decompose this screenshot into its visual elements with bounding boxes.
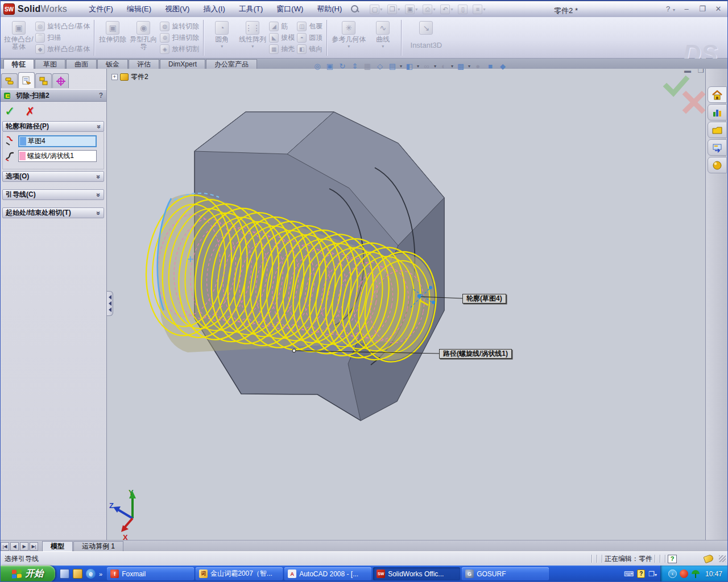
folder-quicklaunch-icon[interactable] <box>73 569 82 579</box>
zoom-to-area-icon[interactable]: ▣ <box>324 61 336 72</box>
dropdown-arrow[interactable]: ▾ <box>468 64 470 69</box>
taskbar-button-powerword[interactable]: 词 金山词霸2007（智... <box>196 567 283 580</box>
prev-tab-button[interactable]: ◀ <box>10 542 19 551</box>
zoom-to-fit-icon[interactable]: ◎ <box>312 61 323 72</box>
options-group-header[interactable]: 选项(O) » <box>2 171 104 182</box>
menu-help[interactable]: 帮助(H) <box>311 2 348 16</box>
custom-properties-tab[interactable] <box>708 157 727 173</box>
tree-expander[interactable]: + <box>111 74 118 80</box>
dimxpertmanager-tab[interactable] <box>52 73 69 88</box>
display-icon[interactable]: ❐▾ <box>648 570 657 578</box>
motion-study-tab[interactable]: 运动算例 1 <box>73 541 123 551</box>
panel-splitter-handle[interactable] <box>107 291 113 316</box>
sweep-cut-button[interactable]: ⊜扫描切除 <box>160 32 199 43</box>
menu-file[interactable]: 文件(F) <box>83 2 119 16</box>
path-callout[interactable]: 路径(螺旋线/涡状线1) <box>439 349 512 359</box>
section-view-icon[interactable]: ◆ <box>497 61 508 72</box>
tab-evaluate[interactable]: 评估 <box>129 59 159 69</box>
tag-icon[interactable] <box>703 554 714 564</box>
linear-pattern-button[interactable]: ⋮⋮ 线性阵列 ▾ <box>237 19 268 57</box>
tab-features[interactable]: 特征 <box>3 59 34 69</box>
new-document-button[interactable]: ▢▾ <box>368 3 384 15</box>
instant3d-button[interactable]: ↘ Instant3D <box>404 19 448 57</box>
loft-boss-button[interactable]: ◆放样凸台/基体 <box>35 44 90 55</box>
dropdown-arrow[interactable]: ▾ <box>434 64 436 69</box>
rotate-view-icon[interactable]: ↻ <box>337 61 348 72</box>
close-button[interactable]: ✕ <box>713 5 723 13</box>
menu-window[interactable]: 窗口(W) <box>271 2 309 16</box>
search-icon[interactable] <box>350 4 360 14</box>
options-button[interactable]: ≡▾ <box>471 3 487 15</box>
shell-button[interactable]: ▦抽壳 <box>269 44 295 55</box>
hole-wizard-button[interactable]: ◉ 异型孔向导 <box>128 19 159 57</box>
help-book-icon[interactable]: ? <box>637 569 645 578</box>
undo-button[interactable]: ↶▾ <box>439 3 454 15</box>
menu-tools[interactable]: 工具(T) <box>233 2 269 16</box>
fillet-dropdown-arrow[interactable]: ▾ <box>221 44 223 49</box>
standard-views-icon[interactable]: ▤ <box>387 61 398 72</box>
curves-button[interactable]: ∿ 曲线 ▾ <box>367 19 398 57</box>
dome-button[interactable]: ◓圆顶 <box>297 32 322 43</box>
ie-quicklaunch-icon[interactable]: e <box>86 569 96 579</box>
tab-office[interactable]: 办公室产品 <box>206 59 257 69</box>
taskbar-button-autocad[interactable]: A AutoCAD 2008 - [... <box>284 567 371 580</box>
menu-view[interactable]: 视图(V) <box>159 2 195 16</box>
antivirus-umbrella-icon[interactable] <box>691 569 700 578</box>
pm-ok-button[interactable]: ✓ <box>5 104 15 119</box>
hide-icons-icon[interactable]: ‹ <box>668 569 677 578</box>
next-tab-button[interactable]: ▶ <box>20 542 28 551</box>
propertymanager-tab[interactable] <box>18 72 35 88</box>
quicklaunch-overflow[interactable]: » <box>99 571 102 577</box>
profile-path-group-header[interactable]: 轮廓和路径(P) « <box>2 121 104 132</box>
hide-show-items-icon[interactable]: ∞ <box>421 61 432 72</box>
edit-appearance-icon[interactable]: ▩ <box>455 61 466 72</box>
confirm-cancel-icon[interactable] <box>686 94 702 110</box>
profile-selection-field[interactable]: 草图4 <box>18 135 97 147</box>
featuremanager-tree-tab[interactable] <box>1 73 18 88</box>
dropdown-arrow[interactable]: ▾ <box>451 64 453 69</box>
shadow-icon[interactable]: ◐ <box>438 61 449 72</box>
confirm-ok-icon[interactable] <box>667 79 686 93</box>
revolve-cut-button[interactable]: ◍旋转切除 <box>160 20 199 32</box>
curves-dropdown-arrow[interactable]: ▾ <box>382 44 384 49</box>
loft-cut-button[interactable]: ◈放样切割 <box>160 44 199 55</box>
revolve-boss-button[interactable]: ◎旋转凸台/基体 <box>35 20 90 32</box>
foxmail-tray-icon[interactable] <box>680 569 688 578</box>
pan-icon[interactable]: ⇕ <box>349 61 361 72</box>
first-tab-button[interactable]: |◀ <box>1 542 9 551</box>
draft-button[interactable]: ◣拔模 <box>269 32 295 43</box>
select-button[interactable]: ▯ <box>456 3 469 15</box>
taskbar-button-solidworks[interactable]: SW SolidWorks Offic... <box>373 567 460 580</box>
pm-cancel-button[interactable]: ✗ <box>25 105 35 118</box>
help-button[interactable]: ? ▾ <box>665 5 676 13</box>
quick-tips-icon[interactable]: ? <box>668 555 677 563</box>
graphics-viewport[interactable]: Y Z X + 零件2 轮廓(草图4) 路径(螺旋线/涡状线1) ▬ ❐ ✕ <box>107 69 705 540</box>
view-orientation-icon[interactable]: ◇ <box>374 61 386 72</box>
extrude-boss-button[interactable]: ▣ 拉伸凸台/基体 <box>3 19 34 57</box>
dropdown-arrow[interactable]: ▾ <box>417 64 419 69</box>
resources-home-tab[interactable] <box>708 86 727 103</box>
fillet-button[interactable]: ◔ 圆角 ▾ <box>206 19 237 57</box>
hidden-lines-icon[interactable]: ▦ <box>362 61 373 72</box>
taskbar-button-gosurf[interactable]: G GOSURF <box>462 567 549 580</box>
tangency-group-header[interactable]: 起始处/结束处相切(T) » <box>2 207 104 218</box>
design-resources-tab[interactable] <box>708 104 727 120</box>
tab-sheet-metal[interactable]: 钣金 <box>97 59 128 69</box>
last-tab-button[interactable]: ▶| <box>30 542 38 551</box>
scene-icon[interactable]: ● <box>472 61 483 72</box>
tab-surfaces[interactable]: 曲面 <box>66 59 97 69</box>
keyboard-icon[interactable]: ⌨ <box>624 570 634 578</box>
linear-pattern-dropdown-arrow[interactable]: ▾ <box>251 44 254 49</box>
print-button[interactable]: ⎙▾ <box>421 3 437 15</box>
display-style-icon[interactable]: ◧ <box>404 61 415 72</box>
wrap-button[interactable]: ◫包覆 <box>297 20 322 32</box>
extrude-cut-button[interactable]: ▣ 拉伸切除 <box>97 19 128 57</box>
tab-sketch[interactable]: 草图 <box>35 59 65 69</box>
menu-edit[interactable]: 编辑(E) <box>121 2 157 16</box>
reference-geometry-button[interactable]: ✳ 参考几何体 ▾ <box>330 19 367 57</box>
rib-button[interactable]: ◢筋 <box>269 20 295 32</box>
save-button[interactable]: ▣▾ <box>403 3 419 15</box>
file-explorer-tab[interactable] <box>708 139 727 156</box>
maximize-button[interactable]: ❐ <box>697 5 708 13</box>
start-button[interactable]: 开始 <box>0 566 55 582</box>
